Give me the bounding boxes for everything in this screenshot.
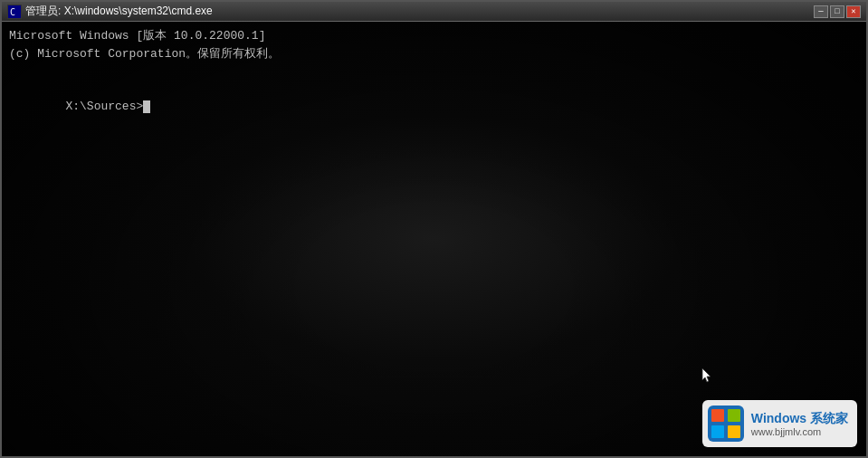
watermark-url: www.bjjmlv.com: [751, 426, 848, 437]
version-line: Microsoft Windows [版本 10.0.22000.1]: [9, 27, 859, 45]
empty-line: [9, 62, 859, 81]
mouse-cursor: [701, 367, 712, 384]
close-button[interactable]: ✕: [846, 5, 861, 18]
cmd-icon: C: [7, 5, 22, 19]
watermark: Windows 系统家 www.bjjmlv.com: [702, 400, 857, 447]
copyright-line: (c) Microsoft Corporation。保留所有权利。: [9, 45, 859, 63]
cursor: [143, 100, 150, 113]
window-title: 管理员: X:\windows\system32\cmd.exe: [25, 4, 814, 19]
window-controls: ─ □ ✕: [814, 5, 861, 18]
watermark-text-block: Windows 系统家 www.bjjmlv.com: [751, 410, 848, 437]
svg-text:C: C: [10, 7, 15, 17]
maximize-button[interactable]: □: [830, 5, 844, 18]
svg-rect-6: [728, 425, 740, 438]
svg-rect-3: [711, 409, 724, 422]
cmd-body[interactable]: Microsoft Windows [版本 10.0.22000.1] (c) …: [2, 22, 866, 456]
cmd-output: Microsoft Windows [版本 10.0.22000.1] (c) …: [9, 27, 859, 133]
minimize-button[interactable]: ─: [814, 5, 828, 18]
cmd-window: C 管理员: X:\windows\system32\cmd.exe ─ □ ✕…: [0, 0, 868, 458]
prompt-text: X:\Sources>: [65, 100, 143, 113]
svg-rect-4: [728, 409, 740, 422]
svg-rect-5: [711, 425, 724, 438]
prompt-line: X:\Sources>: [9, 81, 859, 134]
title-bar: C 管理员: X:\windows\system32\cmd.exe ─ □ ✕: [2, 2, 866, 22]
watermark-title: Windows 系统家: [751, 410, 848, 426]
watermark-logo: [708, 406, 744, 442]
